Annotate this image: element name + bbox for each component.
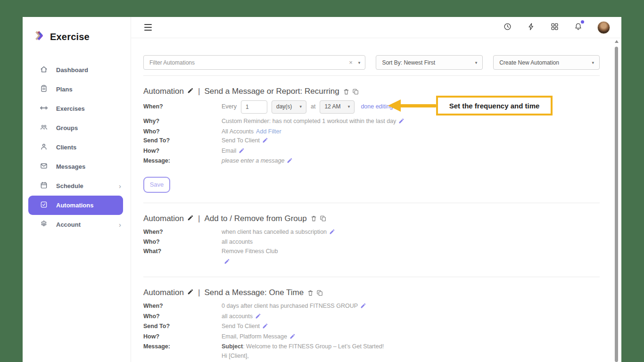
sidebar-item-dashboard[interactable]: Dashboard (23, 60, 131, 80)
row-label: When? (143, 102, 222, 112)
who-row: Who? all accounts (143, 238, 600, 247)
row-value: Custom Reminder: has not completed 1 wor… (222, 118, 396, 124)
hamburger-menu-icon[interactable] (144, 24, 152, 31)
chevron-down-icon: ▾ (299, 102, 302, 112)
edit-icon[interactable] (398, 118, 405, 127)
bell-icon[interactable] (574, 22, 583, 33)
frequency-number-input[interactable] (241, 100, 267, 114)
how-row: How? Email (143, 147, 600, 157)
edit-icon[interactable] (262, 323, 268, 332)
add-filter-link[interactable]: Add Filter (256, 128, 281, 135)
sort-by-label: Sort By: Newest First (382, 59, 435, 66)
automation-header-prefix: Automation (143, 288, 184, 297)
message-row: Message: Subject: Welcome to the FITNESS… (143, 342, 600, 362)
sidebar-item-label: Exercises (56, 105, 85, 112)
row-label: How? (143, 147, 222, 156)
sidebar-item-plans[interactable]: Plans (23, 80, 131, 99)
duplicate-automation-icon[interactable] (352, 88, 359, 95)
save-button[interactable]: Save (143, 177, 170, 193)
edit-icon[interactable] (255, 313, 261, 322)
checkbox-icon (40, 200, 48, 210)
row-label: Send To? (143, 322, 222, 331)
filter-automations-input[interactable]: × ▾ (143, 55, 365, 70)
delete-automation-icon[interactable] (307, 289, 314, 296)
automation-header-prefix: Automation (143, 214, 184, 223)
row-value: Email, Platform Message (222, 333, 287, 340)
main-area: × ▾ Sort By: Newest First ▾ Create New A… (131, 17, 621, 362)
apps-grid-icon[interactable] (550, 22, 559, 33)
header-separator: | (198, 87, 200, 96)
content-area: × ▾ Sort By: Newest First ▾ Create New A… (131, 38, 621, 362)
row-value: All Accounts (222, 128, 254, 135)
topbar (131, 17, 621, 38)
time-dropdown[interactable]: 12 AM ▾ (320, 100, 355, 114)
sidebar: Exercise Dashboard Plans Exercises Grou (23, 17, 131, 362)
time-value: 12 AM (324, 102, 340, 112)
history-icon[interactable] (503, 22, 512, 33)
chevron-down-icon[interactable]: ▾ (358, 60, 361, 65)
automation-header: Automation | Add to / Remove from Group (143, 214, 600, 223)
delete-automation-icon[interactable] (343, 88, 350, 95)
scrollbar[interactable] (614, 40, 619, 362)
sidebar-item-schedule[interactable]: Schedule › (23, 176, 131, 196)
automation-section-one-time: Automation | Send a Message: One Time Wh… (143, 277, 600, 362)
automation-header: Automation | Send a Message or Report: R… (143, 87, 600, 96)
scrollbar-up-arrow[interactable] (615, 40, 619, 43)
lightning-icon[interactable] (527, 22, 536, 33)
when-row: When? 0 days after client has purchased … (143, 302, 600, 312)
row-value: all accounts (222, 313, 253, 320)
message-greeting: Hi [Client], (222, 352, 414, 361)
duplicate-automation-icon[interactable] (316, 289, 323, 296)
row-value: Send To Client (222, 137, 260, 144)
app-logo[interactable]: Exercise (23, 17, 131, 44)
edit-title-icon[interactable] (187, 87, 194, 96)
sidebar-item-label: Account (56, 221, 81, 228)
sidebar-item-clients[interactable]: Clients (23, 138, 131, 157)
message-content: Subject: Welcome to the FITNESS Group – … (222, 342, 414, 362)
sidebar-item-exercises[interactable]: Exercises (23, 99, 131, 118)
edit-icon[interactable] (262, 137, 268, 147)
row-value: Remove Fitness Club (222, 247, 278, 256)
row-label: Message: (143, 342, 222, 352)
sidebar-item-label: Plans (56, 86, 73, 93)
chevron-down-icon: ▾ (475, 60, 478, 65)
create-new-automation-dropdown[interactable]: Create New Automation ▾ (493, 55, 600, 70)
edit-icon[interactable] (360, 303, 366, 312)
edit-icon[interactable] (287, 157, 293, 167)
clear-filter-icon[interactable]: × (349, 59, 353, 66)
sidebar-nav: Dashboard Plans Exercises Groups Clients (23, 60, 131, 234)
edit-title-icon[interactable] (187, 214, 194, 223)
edit-title-icon[interactable] (187, 288, 194, 297)
edit-icon[interactable] (289, 333, 296, 343)
sort-by-dropdown[interactable]: Sort By: Newest First ▾ (376, 55, 483, 70)
chevron-down-icon: ▾ (592, 60, 594, 65)
sidebar-item-account[interactable]: Account › (23, 215, 131, 234)
groups-icon (40, 123, 48, 133)
user-avatar[interactable] (597, 21, 610, 34)
sidebar-item-label: Messages (56, 163, 85, 170)
filter-input-field[interactable] (149, 59, 349, 66)
subject-text: : Welcome to the FITNESS Group – Let’s G… (243, 343, 384, 350)
edit-icon[interactable] (239, 148, 245, 157)
what-row: What? Remove Fitness Club (143, 247, 600, 256)
sidebar-item-label: Dashboard (56, 66, 88, 74)
automation-title: Send a Message: One Time (204, 288, 304, 297)
duplicate-automation-icon[interactable] (320, 215, 327, 222)
automation-header: Automation | Send a Message: One Time (143, 288, 600, 297)
scrollbar-thumb[interactable] (615, 47, 618, 362)
automation-section-group: Automation | Add to / Remove from Group … (143, 203, 600, 267)
row-value: when client has cancelled a subscription (222, 229, 327, 235)
chevron-down-icon: ▾ (348, 102, 350, 112)
sidebar-item-groups[interactable]: Groups (23, 118, 131, 138)
sidebar-item-automations[interactable]: Automations (28, 196, 123, 215)
sidebar-item-messages[interactable]: Messages (23, 157, 131, 176)
row-label: Who? (143, 238, 222, 247)
create-automation-label: Create New Automation (499, 59, 559, 66)
row-label: Message: (143, 156, 222, 166)
frequency-unit-dropdown[interactable]: day(s) ▾ (272, 100, 306, 114)
edit-icon[interactable] (329, 229, 335, 238)
edit-icon[interactable] (224, 258, 230, 266)
when-row: When? when client has cancelled a subscr… (143, 228, 600, 238)
automation-title: Add to / Remove from Group (204, 214, 306, 223)
delete-automation-icon[interactable] (310, 215, 317, 222)
